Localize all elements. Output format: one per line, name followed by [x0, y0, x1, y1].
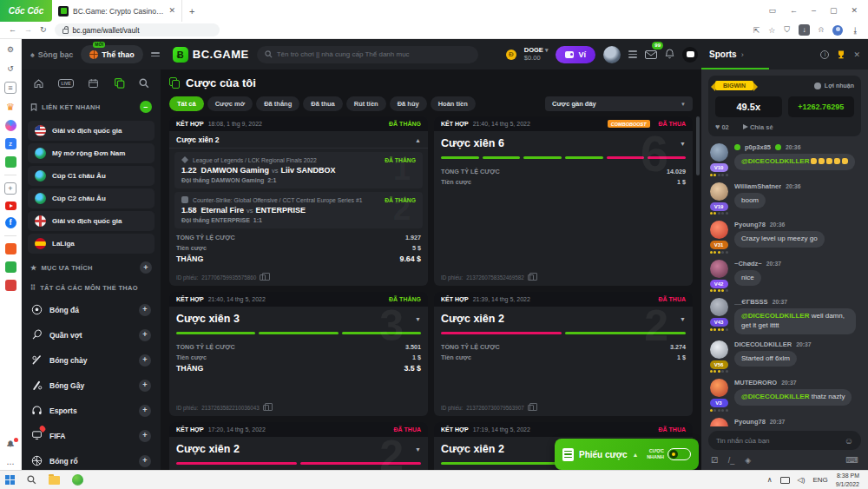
expand-icon[interactable]: ▼ [680, 141, 686, 147]
tab-close-icon[interactable]: ✕ [168, 7, 175, 15]
sidebar-item-fifa[interactable]: FIFA+ [28, 423, 155, 448]
calendar-icon[interactable] [88, 78, 99, 89]
bcgame-logo[interactable]: Ƀ BC.GAME [173, 47, 249, 63]
wallet-button[interactable]: Ví [556, 46, 595, 63]
crown-icon[interactable]: ♛ [4, 101, 16, 113]
zalo-icon[interactable]: Z [5, 138, 16, 149]
coccoc-logo[interactable]: Cốc Cốc [0, 0, 52, 22]
bet-card[interactable]: KẾT HỢP 17:20, 14 thg 5, 2022 ĐÃ THUA 2 … [169, 422, 428, 470]
chevron-right-icon[interactable]: › [741, 50, 744, 59]
collapse-menu-icon[interactable] [151, 52, 160, 56]
browser-profile-avatar[interactable] [832, 25, 843, 36]
quick-link-item[interactable]: Mỹ mở rộng Đơn Nam [28, 143, 155, 163]
bet-card[interactable]: KẾT HỢP 18:08, 1 thg 9, 2022 ĐÃ THẮNG Cư… [169, 116, 428, 286]
tray-expand-icon[interactable]: ∧ [767, 476, 773, 484]
green-app-icon[interactable] [5, 261, 16, 273]
nav-sports[interactable]: Thể thao MỚI [81, 45, 143, 63]
messages-envelope-icon[interactable]: 99 [645, 47, 657, 63]
settings-gear-icon[interactable]: ⚙ [4, 43, 16, 56]
new-tab-button[interactable]: + [189, 6, 194, 17]
bet-card[interactable]: KẾT HỢP 21:40, 14 thg 5, 2022 COMBOBOOST… [434, 116, 693, 286]
notifications-blocked-icon[interactable]: ⍾ [819, 25, 824, 35]
expand-icon[interactable]: ▼ [680, 316, 686, 322]
dice-icon[interactable]: ⚂ [711, 456, 718, 465]
downloads-tray-icon[interactable]: ⭳ [852, 26, 859, 35]
filter-cancelled[interactable]: Đã hủy [390, 96, 427, 111]
filter-open[interactable]: Cược mở [207, 96, 253, 111]
bet-title-row[interactable]: Cược xiên 3 ▼ [169, 307, 428, 325]
messenger-icon[interactable] [5, 120, 16, 131]
nav-casino[interactable]: ♠ Sòng bạc [30, 50, 73, 59]
bell-icon[interactable] [665, 47, 674, 63]
filter-cashout[interactable]: Rút tiền [346, 96, 386, 111]
expand-icon[interactable]: ▼ [415, 316, 421, 322]
clock[interactable]: 8:38 PM9/1/2022 [836, 472, 863, 487]
live-icon[interactable]: LIVE [58, 79, 73, 88]
close-button[interactable]: ✕ [851, 7, 858, 15]
file-explorer-icon[interactable] [49, 476, 60, 485]
sidebar-item-esports[interactable]: Esports+ [28, 398, 155, 423]
collapse-quick-links-button[interactable]: – [140, 101, 152, 113]
heart-icon[interactable]: ♥ [715, 122, 720, 131]
bet-slip-button[interactable]: Phiếu cược ▲ CƯỢCNHANH [555, 439, 699, 470]
expand-button[interactable]: + [139, 430, 151, 442]
bet-title-row[interactable]: Cược xiên 2 ▼ [169, 437, 428, 455]
language-indicator[interactable]: ENG [812, 476, 827, 484]
more-options-icon[interactable]: ⋯ [4, 458, 16, 470]
filter-refund[interactable]: Hoàn tiền [431, 96, 476, 111]
copy-icon[interactable] [528, 405, 534, 411]
chat-tab-sports[interactable]: Sports [709, 50, 737, 59]
quick-link-item[interactable]: Cúp C1 châu Âu [28, 166, 155, 186]
share-label[interactable]: Chia sẻ [750, 123, 773, 131]
start-button[interactable] [5, 475, 15, 485]
expand-button[interactable]: + [139, 380, 151, 392]
share-icon[interactable]: ⇱ [753, 26, 760, 35]
facebook-icon[interactable]: f [5, 217, 16, 228]
reload-icon[interactable]: ↻ [40, 26, 47, 34]
emoji-icon[interactable]: ☺ [845, 436, 853, 446]
expand-button[interactable]: + [139, 354, 151, 367]
sidebar-item-baseball[interactable]: Bóng chày+ [28, 347, 155, 373]
red-app-icon[interactable] [5, 280, 16, 291]
back-icon[interactable]: ← [9, 26, 16, 34]
quick-link-item[interactable]: Giải vô địch quốc gia [28, 211, 155, 231]
quick-link-item[interactable]: LaLiga [28, 234, 155, 254]
expand-button[interactable]: + [139, 455, 151, 467]
add-shortcut-icon[interactable]: + [4, 182, 16, 195]
expand-icon[interactable]: ▼ [415, 446, 421, 453]
sidebar-item-cricket[interactable]: Bóng Gậy+ [28, 373, 155, 398]
copy-icon[interactable] [263, 405, 269, 411]
notifications-bell-icon[interactable]: 🔔︎ [4, 439, 16, 451]
bet-card[interactable]: KẾT HỢP 21:39, 14 thg 5, 2022 ĐÃ THUA 2 … [434, 292, 693, 416]
expand-button[interactable]: + [139, 329, 151, 341]
search-events-icon[interactable] [139, 78, 149, 89]
home-icon[interactable] [33, 78, 44, 89]
bet-card[interactable]: KẾT HỢP 21:40, 14 thg 5, 2022 ĐÃ THẮNG 3… [169, 292, 428, 416]
sort-dropdown[interactable]: Cược gần đây ▼ [545, 96, 693, 111]
vip-progress-icon[interactable] [628, 50, 637, 58]
shield-icon[interactable]: ⛉ [784, 25, 790, 35]
reading-list-icon[interactable]: ≡ [4, 82, 16, 94]
minimize-button[interactable]: – [812, 7, 816, 15]
download-icon[interactable]: ↓ [799, 24, 810, 36]
chat-message-input[interactable]: Tin nhắn của bạn ☺ [708, 431, 861, 450]
shopping-app-icon[interactable] [5, 243, 16, 254]
restore-icon[interactable]: ← [790, 7, 798, 15]
volume-icon[interactable]: ◁) [798, 476, 806, 484]
history-icon[interactable]: ↺ [4, 63, 16, 75]
bookmark-star-icon[interactable]: ☆ [768, 26, 775, 35]
taskbar-search-icon[interactable] [27, 475, 36, 485]
expand-button[interactable]: + [139, 405, 151, 417]
browser-tab[interactable]: BC.Game: Crypto Casino Gan ✕ [52, 0, 182, 22]
network-icon[interactable] [780, 477, 790, 484]
keyboard-icon[interactable]: ⌨ [846, 455, 858, 465]
collapse-icon[interactable]: ▲ [415, 137, 421, 143]
quick-link-item[interactable]: Giải vô địch quốc gia [28, 121, 155, 141]
filter-lost[interactable]: Đã thua [303, 96, 343, 111]
add-favorite-button[interactable]: + [140, 261, 152, 274]
url-field[interactable]: bc.game/wallet/vault [55, 23, 220, 36]
expand-button[interactable]: + [139, 304, 151, 316]
screen-share-icon[interactable]: ▭ [768, 7, 776, 15]
search-input[interactable]: Tên trò chơi || nhà cung cấp Thể danh mụ… [257, 46, 478, 63]
commands-icon[interactable]: /​_ [728, 456, 735, 465]
